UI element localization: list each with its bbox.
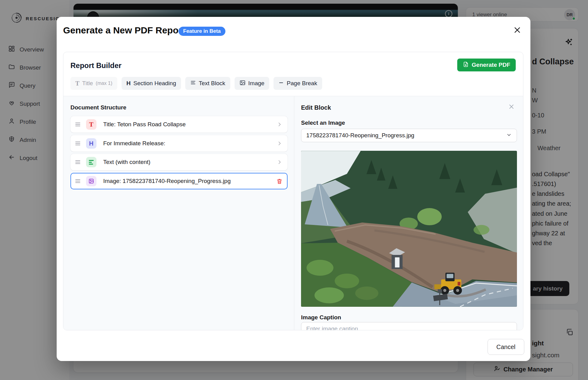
chevron-right-icon[interactable] (277, 121, 283, 127)
structure-item-label: For Immediate Release: (103, 140, 165, 147)
trash-icon[interactable] (276, 178, 283, 184)
close-icon (508, 104, 514, 110)
chevron-right-icon[interactable] (277, 159, 283, 165)
add-image-label: Image (248, 80, 265, 87)
generate-pdf-label: Generate PDF (472, 62, 510, 68)
cancel-button[interactable]: Cancel (488, 339, 524, 355)
image-select-value: 1758223781740-Reopening_Progress.jpg (306, 132, 414, 139)
add-image-button[interactable]: Image (235, 77, 270, 90)
drag-handle-icon[interactable] (75, 179, 80, 183)
drag-handle-icon[interactable] (75, 160, 80, 164)
add-page-break-label: Page Break (287, 80, 317, 87)
image-chip-icon (86, 176, 96, 186)
image-preview (301, 151, 517, 307)
add-section-heading-label: Section Heading (134, 80, 176, 87)
image-icon (239, 80, 246, 87)
edit-block-close-button[interactable] (508, 104, 514, 111)
road-collapse-photo (301, 151, 517, 307)
minus-icon (278, 80, 284, 87)
heading-block-icon: H (126, 80, 131, 87)
close-icon (513, 26, 521, 34)
structure-item-text[interactable]: Text (with content) (70, 154, 288, 170)
add-text-block-label: Text Block (199, 80, 225, 87)
beta-badge: Feature in Beta (179, 27, 225, 36)
add-title-suffix: (max 1) (96, 81, 112, 86)
add-section-heading-button[interactable]: H Section Heading (122, 77, 181, 90)
select-image-label: Select an Image (301, 120, 345, 126)
modal-close-button[interactable] (512, 25, 522, 35)
file-download-icon (463, 61, 469, 69)
structure-item-image[interactable]: Image: 1758223781740-Reopening_Progress.… (70, 173, 288, 189)
structure-item-label: Image: 1758223781740-Reopening_Progress.… (103, 178, 231, 184)
add-title-button[interactable]: T Title (max 1) (70, 77, 117, 90)
chevron-right-icon[interactable] (277, 140, 283, 146)
structure-item-label: Title: Teton Pass Road Collapse (103, 121, 186, 128)
heading-chip-icon: H (86, 138, 96, 149)
edit-block-panel: Edit Block Select an Image 1758223781740… (294, 96, 523, 330)
generate-report-modal: Generate a New PDF Report Feature in Bet… (57, 17, 530, 361)
structure-item-label: Text (with content) (103, 159, 150, 165)
builder-columns: Document Structure T Title: Teton Pass R… (63, 96, 523, 330)
document-structure-panel: Document Structure T Title: Teton Pass R… (63, 96, 294, 330)
structure-item-heading[interactable]: H For Immediate Release: (70, 135, 288, 152)
block-toolbar: T Title (max 1) H Section Heading Text B… (70, 77, 322, 90)
text-chip-icon (86, 157, 96, 167)
drag-handle-icon[interactable] (75, 123, 80, 126)
chevron-down-icon (506, 132, 512, 139)
image-select[interactable]: 1758223781740-Reopening_Progress.jpg (301, 129, 517, 142)
add-text-block-button[interactable]: Text Block (185, 77, 230, 90)
image-caption-label: Image Caption (301, 314, 341, 321)
builder-heading: Report Builder (70, 61, 122, 70)
add-page-break-button[interactable]: Page Break (273, 77, 322, 90)
document-structure-heading: Document Structure (70, 104, 126, 111)
report-builder-card: Report Builder Generate PDF T Title (max… (63, 52, 523, 330)
modal-title: Generate a New PDF Report (63, 25, 185, 36)
caption-input[interactable] (301, 322, 517, 330)
title-block-icon: T (75, 80, 79, 87)
screen: RESCUESIGHT Overview Browser Query Suppo… (0, 0, 588, 380)
edit-block-heading: Edit Block (301, 104, 331, 111)
title-chip-icon: T (86, 119, 96, 130)
add-title-label: Title (82, 80, 93, 87)
structure-item-title[interactable]: T Title: Teton Pass Road Collapse (70, 116, 288, 133)
text-lines-icon (190, 80, 196, 87)
generate-pdf-button[interactable]: Generate PDF (457, 59, 516, 71)
drag-handle-icon[interactable] (75, 142, 80, 145)
